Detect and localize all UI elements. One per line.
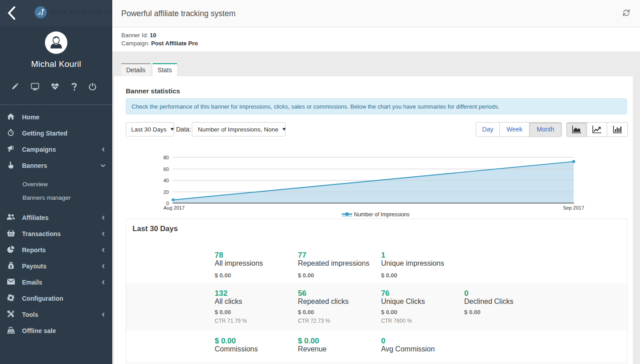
svg-text:20: 20 [163, 189, 169, 195]
svg-text:40: 40 [163, 178, 169, 183]
svg-text:$: $ [9, 264, 12, 269]
svg-text:Aug 2017: Aug 2017 [163, 205, 185, 211]
svg-text:Number of Impressions: Number of Impressions [354, 211, 410, 218]
svg-text:80: 80 [163, 155, 169, 160]
svg-text:60: 60 [163, 167, 169, 172]
svg-text:Sep 2017: Sep 2017 [563, 205, 584, 211]
